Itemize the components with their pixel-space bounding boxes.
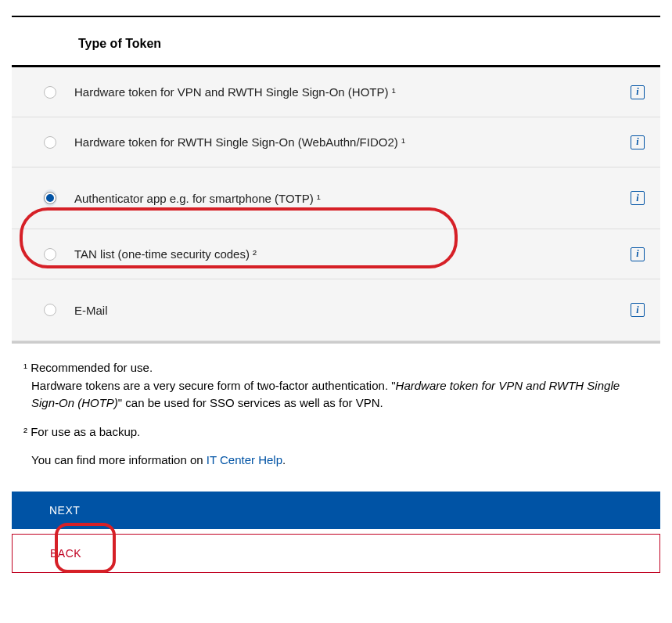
info-icon[interactable]: i [631, 191, 645, 205]
next-button[interactable]: NEXT [12, 492, 660, 529]
back-button[interactable]: BACK [12, 534, 660, 573]
options-end-divider [12, 341, 660, 344]
info-icon[interactable]: i [631, 135, 645, 149]
radio-email[interactable] [43, 303, 57, 317]
option-row-hotp[interactable]: Hardware token for VPN and RWTH Single S… [12, 67, 660, 117]
more-info-pre: You can find more information on [31, 453, 207, 466]
option-row-tan[interactable]: TAN list (one-time security codes) ² i [12, 229, 660, 279]
radio-hotp[interactable] [43, 85, 57, 99]
info-icon[interactable]: i [631, 85, 645, 99]
footnote-1: ¹ Recommended for use. Hardware tokens a… [23, 359, 649, 412]
top-divider [12, 16, 660, 17]
info-icon[interactable]: i [631, 303, 645, 317]
footnote-1-marker: ¹ [23, 361, 31, 374]
radio-totp[interactable] [43, 191, 57, 205]
option-label: E-Mail [74, 304, 631, 317]
it-center-help-link[interactable]: IT Center Help [207, 453, 282, 466]
option-row-email[interactable]: E-Mail i [12, 279, 660, 341]
radio-checked-icon [43, 189, 57, 207]
option-row-totp[interactable]: Authenticator app e.g. for smartphone (T… [12, 167, 660, 229]
option-label: Hardware token for RWTH Single Sign-On (… [74, 135, 631, 149]
info-icon[interactable]: i [631, 247, 645, 261]
radio-unchecked-icon [44, 136, 56, 149]
footnote-2-text: For use as a backup. [31, 425, 140, 438]
option-label: Hardware token for VPN and RWTH Single S… [74, 85, 631, 99]
option-label: TAN list (one-time security codes) ² [74, 247, 631, 261]
footnote-2: ² For use as a backup. [23, 423, 649, 441]
more-info-post: . [282, 453, 286, 466]
radio-unchecked-icon [44, 304, 56, 316]
footnote-1-body-pre: Hardware tokens are a very secure form o… [31, 379, 396, 392]
more-info: You can find more information on IT Cent… [23, 452, 649, 470]
footnote-2-marker: ² [23, 425, 31, 438]
section-header: Type of Token [12, 37, 660, 65]
radio-tan[interactable] [43, 247, 57, 261]
option-label: Authenticator app e.g. for smartphone (T… [74, 192, 631, 205]
footnote-1-body-post: " can be used for SSO services as well a… [118, 396, 383, 409]
radio-unchecked-icon [44, 248, 56, 261]
footnotes: ¹ Recommended for use. Hardware tokens a… [12, 359, 660, 470]
option-row-fido2[interactable]: Hardware token for RWTH Single Sign-On (… [12, 117, 660, 167]
footnote-1-heading: Recommended for use. [31, 361, 153, 374]
radio-fido2[interactable] [43, 135, 57, 149]
footnote-1-body: Hardware tokens are a very secure form o… [23, 377, 649, 412]
radio-unchecked-icon [44, 86, 56, 99]
